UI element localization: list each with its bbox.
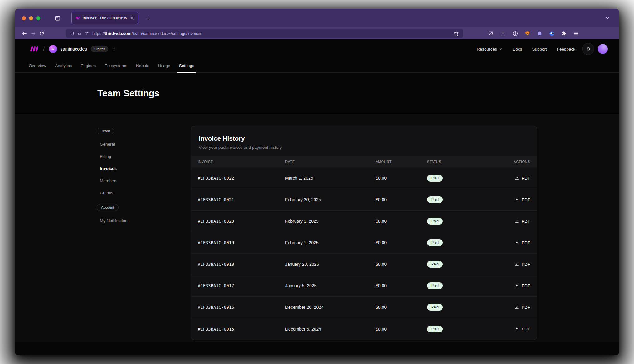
account-icon[interactable] — [512, 30, 519, 37]
settings-sidebar: TeamGeneralBillingInvoicesMembersCredits… — [97, 128, 175, 227]
status-badge: Paid — [427, 326, 443, 332]
page-title-band: Team Settings — [15, 73, 619, 114]
card-subtitle: View your past invoices and payment hist… — [199, 145, 529, 150]
sidebar-item-credits[interactable]: Credits — [97, 187, 175, 199]
invoice-amount: $0.00 — [376, 262, 427, 267]
close-window-button[interactable] — [22, 16, 26, 20]
invoice-amount: $0.00 — [376, 219, 427, 224]
download-pdf-button[interactable]: PDF — [515, 219, 530, 224]
invoice-date: December 20, 2024 — [285, 305, 376, 310]
team-switcher-chevrons-icon[interactable] — [111, 46, 116, 51]
tracking-protection-shield-icon[interactable] — [70, 31, 75, 36]
extensions-puzzle-icon[interactable] — [560, 30, 567, 37]
app-header: / saminacodes Starter ResourcesDocsSuppo… — [15, 39, 619, 59]
permissions-icon[interactable] — [85, 31, 90, 36]
download-pdf-button[interactable]: PDF — [515, 284, 530, 288]
pdf-label: PDF — [522, 284, 530, 288]
tab-engines[interactable]: Engines — [76, 59, 100, 72]
download-pdf-button[interactable]: PDF — [515, 176, 530, 181]
invoice-id: #1F33BA1C-0020 — [198, 219, 285, 224]
table-row: #1F33BA1C-0020 February 1, 2025 $0.00 Pa… — [191, 211, 537, 232]
download-icon — [515, 262, 519, 267]
invoice-id: #1F33BA1C-0017 — [198, 283, 285, 288]
zoom-window-button[interactable] — [36, 16, 40, 20]
invoice-date: March 1, 2025 — [285, 176, 376, 181]
pocket-icon[interactable] — [487, 30, 494, 37]
table-row: #1F33BA1C-0022 March 1, 2025 $0.00 Paid … — [191, 167, 537, 189]
back-icon[interactable] — [20, 29, 29, 38]
metamask-icon[interactable] — [524, 30, 531, 37]
table-row: #1F33BA1C-0021 February 20, 2025 $0.00 P… — [191, 189, 537, 211]
header-link-support[interactable]: Support — [528, 44, 550, 54]
desktop: thirdweb: The complete web3 d https://th — [0, 0, 634, 364]
window-controls — [22, 16, 40, 20]
tab-ecosystems[interactable]: Ecosystems — [100, 59, 132, 72]
download-pdf-button[interactable]: PDF — [515, 327, 530, 331]
tab-settings[interactable]: Settings — [175, 59, 199, 72]
bookmark-star-icon[interactable] — [453, 30, 459, 36]
tab-nebula[interactable]: Nebula — [132, 59, 154, 72]
plan-badge: Starter — [91, 46, 109, 52]
team-avatar[interactable] — [49, 45, 57, 53]
invoice-amount: $0.00 — [376, 305, 427, 310]
new-tab-button[interactable] — [143, 13, 153, 23]
tab-usage[interactable]: Usage — [154, 59, 175, 72]
pdf-label: PDF — [522, 305, 530, 310]
status-badge: Paid — [427, 218, 443, 225]
browser-tab[interactable]: thirdweb: The complete web3 d — [71, 12, 138, 24]
downloads-icon[interactable] — [500, 30, 506, 37]
user-avatar[interactable] — [598, 44, 608, 54]
minimize-window-button[interactable] — [29, 16, 33, 20]
sidebar-item-general[interactable]: General — [97, 138, 175, 150]
sidebar-item-my-notifications[interactable]: My Notifications — [97, 215, 175, 227]
download-pdf-button[interactable]: PDF — [515, 262, 530, 267]
column-header-actions: ACTIONS — [483, 160, 530, 163]
sidebar-section-badge-team: Team — [97, 128, 114, 134]
pdf-label: PDF — [522, 176, 530, 181]
phantom-icon[interactable] — [536, 30, 543, 37]
invoice-amount: $0.00 — [376, 176, 427, 181]
column-header-invoice: INVOICE — [198, 160, 285, 163]
menu-hamburger-icon[interactable] — [573, 30, 579, 37]
toolbar-extensions — [487, 30, 579, 37]
header-link-docs[interactable]: Docs — [509, 44, 526, 54]
list-all-tabs-icon[interactable] — [603, 13, 612, 23]
url-bar[interactable]: https://thirdweb.com/team/saminacodes/~/… — [66, 29, 463, 38]
status-badge: Paid — [427, 196, 443, 203]
reload-icon[interactable] — [37, 29, 46, 38]
table-row: #1F33BA1C-0019 February 1, 2025 $0.00 Pa… — [191, 232, 537, 254]
download-icon — [515, 219, 519, 224]
download-pdf-button[interactable]: PDF — [515, 240, 530, 245]
invoice-id: #1F33BA1C-0018 — [198, 262, 285, 267]
table-row: #1F33BA1C-0017 January 5, 2025 $0.00 Pai… — [191, 275, 537, 297]
tab-overview[interactable]: Overview — [24, 59, 51, 72]
invoice-id: #1F33BA1C-0019 — [198, 240, 285, 245]
download-pdf-button[interactable]: PDF — [515, 305, 530, 310]
url-text: https://thirdweb.com/team/saminacodes/~/… — [92, 31, 202, 36]
header-link-feedback[interactable]: Feedback — [553, 44, 579, 54]
invoice-id: #1F33BA1C-0015 — [198, 327, 285, 332]
sidebar-item-members[interactable]: Members — [97, 175, 175, 187]
download-pdf-button[interactable]: PDF — [515, 197, 530, 202]
header-link-resources[interactable]: Resources — [473, 44, 506, 54]
sidebar-section-badge-account: Account — [97, 204, 119, 211]
sidebar-item-billing[interactable]: Billing — [97, 150, 175, 163]
invoice-date: February 1, 2025 — [285, 219, 376, 224]
notifications-bell-icon[interactable] — [582, 43, 594, 55]
download-icon — [515, 240, 519, 245]
pdf-label: PDF — [522, 197, 530, 202]
close-tab-icon[interactable] — [130, 16, 135, 21]
status-badge: Paid — [427, 175, 443, 182]
extension-icon[interactable] — [548, 30, 555, 37]
team-name[interactable]: saminacodes — [60, 46, 87, 51]
dashboard-nav-tabs: OverviewAnalyticsEnginesEcosystemsNebula… — [15, 59, 619, 73]
forward-icon[interactable] — [29, 29, 37, 38]
tab-analytics[interactable]: Analytics — [51, 59, 76, 72]
firefox-view-icon[interactable] — [53, 13, 62, 23]
invoice-history-card: Invoice History View your past invoices … — [191, 126, 537, 340]
thirdweb-logo[interactable] — [29, 46, 39, 52]
sidebar-item-invoices[interactable]: Invoices — [97, 163, 175, 175]
invoice-amount: $0.00 — [376, 240, 427, 245]
page-title: Team Settings — [97, 88, 159, 99]
lock-icon[interactable] — [77, 31, 82, 36]
